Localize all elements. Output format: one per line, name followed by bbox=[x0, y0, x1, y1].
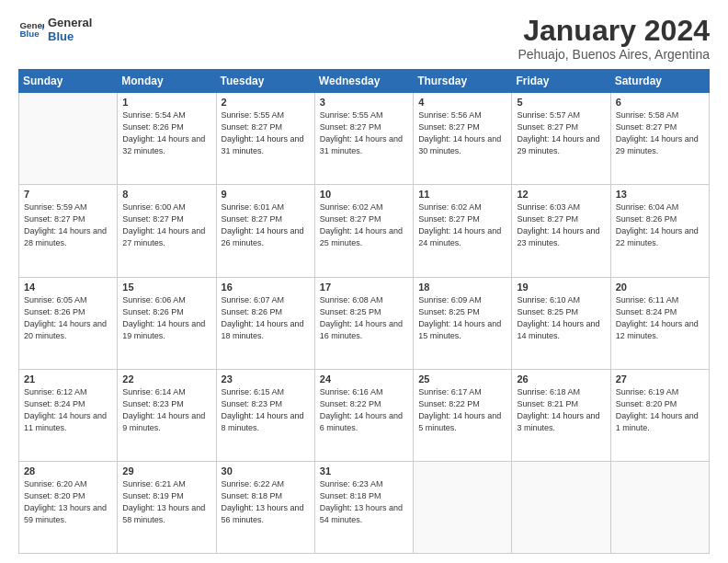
table-row: 6Sunrise: 5:58 AM Sunset: 8:27 PM Daylig… bbox=[610, 93, 709, 185]
day-number: 11 bbox=[418, 189, 506, 200]
cell-content: Sunrise: 6:15 AM Sunset: 8:23 PM Dayligh… bbox=[222, 386, 310, 434]
cell-content: Sunrise: 5:55 AM Sunset: 8:27 PM Dayligh… bbox=[222, 109, 310, 157]
svg-text:Blue: Blue bbox=[19, 29, 40, 39]
day-number: 25 bbox=[418, 373, 506, 385]
table-row: 15Sunrise: 6:06 AM Sunset: 8:26 PM Dayli… bbox=[118, 277, 216, 369]
cell-content: Sunrise: 6:02 AM Sunset: 8:27 PM Dayligh… bbox=[418, 201, 506, 249]
title-block: January 2024 Pehuajo, Buenos Aires, Arge… bbox=[518, 15, 710, 62]
header-thursday: Thursday bbox=[414, 70, 512, 93]
calendar-header-row: Sunday Monday Tuesday Wednesday Thursday… bbox=[19, 70, 710, 93]
day-number: 9 bbox=[222, 189, 310, 200]
logo: General Blue General Blue bbox=[18, 15, 92, 44]
day-number: 13 bbox=[616, 189, 704, 200]
day-number: 17 bbox=[320, 282, 408, 293]
cell-content: Sunrise: 6:01 AM Sunset: 8:27 PM Dayligh… bbox=[222, 201, 310, 249]
table-row: 20Sunrise: 6:11 AM Sunset: 8:24 PM Dayli… bbox=[610, 277, 709, 369]
cell-content: Sunrise: 6:22 AM Sunset: 8:18 PM Dayligh… bbox=[222, 478, 310, 526]
day-number: 8 bbox=[122, 189, 210, 200]
day-number: 30 bbox=[222, 465, 310, 477]
table-row: 2Sunrise: 5:55 AM Sunset: 8:27 PM Daylig… bbox=[216, 93, 314, 185]
cell-content: Sunrise: 5:55 AM Sunset: 8:27 PM Dayligh… bbox=[320, 109, 408, 157]
calendar-week-row: 1Sunrise: 5:54 AM Sunset: 8:26 PM Daylig… bbox=[19, 93, 710, 185]
cell-content: Sunrise: 5:57 AM Sunset: 8:27 PM Dayligh… bbox=[517, 109, 605, 157]
calendar-week-row: 7Sunrise: 5:59 AM Sunset: 8:27 PM Daylig… bbox=[19, 185, 710, 277]
header-saturday: Saturday bbox=[610, 70, 709, 93]
day-number: 7 bbox=[24, 189, 112, 200]
calendar-week-row: 14Sunrise: 6:05 AM Sunset: 8:26 PM Dayli… bbox=[19, 277, 710, 369]
main-title: January 2024 bbox=[518, 15, 710, 47]
calendar-table: Sunday Monday Tuesday Wednesday Thursday… bbox=[18, 69, 710, 554]
cell-content: Sunrise: 6:18 AM Sunset: 8:21 PM Dayligh… bbox=[517, 386, 605, 434]
day-number: 19 bbox=[517, 282, 605, 293]
cell-content: Sunrise: 6:14 AM Sunset: 8:23 PM Dayligh… bbox=[122, 386, 210, 434]
cell-content: Sunrise: 6:03 AM Sunset: 8:27 PM Dayligh… bbox=[517, 201, 605, 249]
day-number: 18 bbox=[418, 282, 506, 293]
table-row: 3Sunrise: 5:55 AM Sunset: 8:27 PM Daylig… bbox=[314, 93, 413, 185]
table-row: 11Sunrise: 6:02 AM Sunset: 8:27 PM Dayli… bbox=[414, 185, 512, 277]
cell-content: Sunrise: 6:10 AM Sunset: 8:25 PM Dayligh… bbox=[517, 294, 605, 342]
table-row: 19Sunrise: 6:10 AM Sunset: 8:25 PM Dayli… bbox=[512, 277, 610, 369]
table-row: 23Sunrise: 6:15 AM Sunset: 8:23 PM Dayli… bbox=[216, 369, 314, 461]
table-row: 14Sunrise: 6:05 AM Sunset: 8:26 PM Dayli… bbox=[19, 277, 118, 369]
cell-content: Sunrise: 6:02 AM Sunset: 8:27 PM Dayligh… bbox=[320, 201, 408, 249]
day-number: 12 bbox=[517, 189, 605, 200]
table-row: 30Sunrise: 6:22 AM Sunset: 8:18 PM Dayli… bbox=[216, 461, 314, 553]
cell-content: Sunrise: 6:09 AM Sunset: 8:25 PM Dayligh… bbox=[418, 294, 506, 342]
day-number: 16 bbox=[222, 282, 310, 293]
page: General Blue General Blue January 2024 P… bbox=[0, 0, 728, 563]
table-row: 1Sunrise: 5:54 AM Sunset: 8:26 PM Daylig… bbox=[118, 93, 216, 185]
day-number: 10 bbox=[320, 189, 408, 200]
table-row bbox=[414, 461, 512, 553]
table-row: 22Sunrise: 6:14 AM Sunset: 8:23 PM Dayli… bbox=[118, 369, 216, 461]
logo-line1: General bbox=[48, 17, 92, 30]
day-number: 6 bbox=[616, 97, 704, 108]
cell-content: Sunrise: 6:07 AM Sunset: 8:26 PM Dayligh… bbox=[222, 294, 310, 342]
cell-content: Sunrise: 5:59 AM Sunset: 8:27 PM Dayligh… bbox=[24, 201, 112, 249]
table-row: 4Sunrise: 5:56 AM Sunset: 8:27 PM Daylig… bbox=[414, 93, 512, 185]
cell-content: Sunrise: 6:04 AM Sunset: 8:26 PM Dayligh… bbox=[616, 201, 704, 249]
table-row: 12Sunrise: 6:03 AM Sunset: 8:27 PM Dayli… bbox=[512, 185, 610, 277]
cell-content: Sunrise: 6:17 AM Sunset: 8:22 PM Dayligh… bbox=[418, 386, 506, 434]
table-row: 16Sunrise: 6:07 AM Sunset: 8:26 PM Dayli… bbox=[216, 277, 314, 369]
day-number: 24 bbox=[320, 373, 408, 385]
calendar-week-row: 28Sunrise: 6:20 AM Sunset: 8:20 PM Dayli… bbox=[19, 461, 710, 553]
table-row: 29Sunrise: 6:21 AM Sunset: 8:19 PM Dayli… bbox=[118, 461, 216, 553]
header-friday: Friday bbox=[512, 70, 610, 93]
header-sunday: Sunday bbox=[19, 70, 118, 93]
day-number: 21 bbox=[24, 373, 112, 385]
calendar-week-row: 21Sunrise: 6:12 AM Sunset: 8:24 PM Dayli… bbox=[19, 369, 710, 461]
table-row: 27Sunrise: 6:19 AM Sunset: 8:20 PM Dayli… bbox=[610, 369, 709, 461]
header-monday: Monday bbox=[118, 70, 216, 93]
header-wednesday: Wednesday bbox=[314, 70, 413, 93]
day-number: 15 bbox=[122, 282, 210, 293]
table-row: 17Sunrise: 6:08 AM Sunset: 8:25 PM Dayli… bbox=[314, 277, 413, 369]
day-number: 31 bbox=[320, 465, 408, 477]
table-row: 13Sunrise: 6:04 AM Sunset: 8:26 PM Dayli… bbox=[610, 185, 709, 277]
day-number: 14 bbox=[24, 282, 112, 293]
day-number: 29 bbox=[122, 465, 210, 477]
table-row: 8Sunrise: 6:00 AM Sunset: 8:27 PM Daylig… bbox=[118, 185, 216, 277]
cell-content: Sunrise: 6:19 AM Sunset: 8:20 PM Dayligh… bbox=[616, 386, 704, 434]
cell-content: Sunrise: 6:00 AM Sunset: 8:27 PM Dayligh… bbox=[122, 201, 210, 249]
table-row: 26Sunrise: 6:18 AM Sunset: 8:21 PM Dayli… bbox=[512, 369, 610, 461]
day-number: 1 bbox=[122, 97, 210, 108]
cell-content: Sunrise: 6:16 AM Sunset: 8:22 PM Dayligh… bbox=[320, 386, 408, 434]
cell-content: Sunrise: 6:23 AM Sunset: 8:18 PM Dayligh… bbox=[320, 478, 408, 526]
table-row: 25Sunrise: 6:17 AM Sunset: 8:22 PM Dayli… bbox=[414, 369, 512, 461]
day-number: 2 bbox=[222, 97, 310, 108]
cell-content: Sunrise: 6:11 AM Sunset: 8:24 PM Dayligh… bbox=[616, 294, 704, 342]
table-row bbox=[512, 461, 610, 553]
table-row: 21Sunrise: 6:12 AM Sunset: 8:24 PM Dayli… bbox=[19, 369, 118, 461]
table-row bbox=[19, 93, 118, 185]
day-number: 3 bbox=[320, 97, 408, 108]
table-row: 7Sunrise: 5:59 AM Sunset: 8:27 PM Daylig… bbox=[19, 185, 118, 277]
cell-content: Sunrise: 6:12 AM Sunset: 8:24 PM Dayligh… bbox=[24, 386, 112, 434]
day-number: 27 bbox=[616, 373, 704, 385]
header: General Blue General Blue January 2024 P… bbox=[18, 15, 710, 62]
table-row: 28Sunrise: 6:20 AM Sunset: 8:20 PM Dayli… bbox=[19, 461, 118, 553]
table-row: 5Sunrise: 5:57 AM Sunset: 8:27 PM Daylig… bbox=[512, 93, 610, 185]
cell-content: Sunrise: 5:58 AM Sunset: 8:27 PM Dayligh… bbox=[616, 109, 704, 157]
cell-content: Sunrise: 6:08 AM Sunset: 8:25 PM Dayligh… bbox=[320, 294, 408, 342]
cell-content: Sunrise: 6:06 AM Sunset: 8:26 PM Dayligh… bbox=[122, 294, 210, 342]
table-row: 18Sunrise: 6:09 AM Sunset: 8:25 PM Dayli… bbox=[414, 277, 512, 369]
